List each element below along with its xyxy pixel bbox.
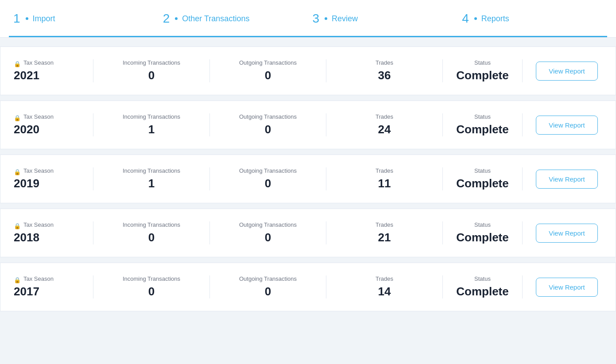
tax-season-label: 🔒 Tax Season xyxy=(14,59,54,69)
outgoing-value: 0 xyxy=(265,69,271,82)
step-3-dot xyxy=(325,17,327,20)
action-col: View Report xyxy=(523,116,602,135)
tax-season-header: Tax Season xyxy=(23,275,54,282)
tax-season-label: 🔒 Tax Season xyxy=(14,221,54,231)
status-label: Status xyxy=(474,113,491,120)
step-2-dot xyxy=(175,17,178,20)
incoming-value: 1 xyxy=(148,177,155,190)
lock-icon: 🔒 xyxy=(14,61,21,67)
report-row: 🔒 Tax Season 2018 Incoming Transactions … xyxy=(0,209,616,257)
step-3-number: 3 xyxy=(313,12,320,26)
status-label: Status xyxy=(474,167,491,174)
view-report-button[interactable]: View Report xyxy=(536,116,597,135)
trades-label: Trades xyxy=(376,167,393,174)
top-navigation: 1 Import 2 Other Transactions 3 Review 4… xyxy=(0,0,616,38)
tax-season-year: 2017 xyxy=(14,285,39,298)
outgoing-value: 0 xyxy=(265,231,271,244)
incoming-label: Incoming Transactions xyxy=(123,221,180,228)
incoming-col: Incoming Transactions 1 xyxy=(93,113,210,136)
outgoing-value: 0 xyxy=(265,177,271,190)
status-label: Status xyxy=(474,221,491,228)
outgoing-col: Outgoing Transactions 0 xyxy=(210,275,326,298)
outgoing-label: Outgoing Transactions xyxy=(239,59,297,66)
outgoing-col: Outgoing Transactions 0 xyxy=(210,113,326,136)
reports-list: 🔒 Tax Season 2021 Incoming Transactions … xyxy=(0,38,616,325)
status-value: Complete xyxy=(456,69,508,82)
nav-step-review[interactable]: 3 Review xyxy=(308,0,458,37)
tax-season-header: Tax Season xyxy=(23,113,54,120)
trades-label: Trades xyxy=(376,59,393,66)
lock-icon: 🔒 xyxy=(14,115,21,121)
status-col: Status Complete xyxy=(443,59,523,82)
step-4-label: Reports xyxy=(481,14,509,23)
view-report-button[interactable]: View Report xyxy=(536,62,597,81)
lock-icon: 🔒 xyxy=(14,169,21,175)
outgoing-col: Outgoing Transactions 0 xyxy=(210,167,326,190)
status-value: Complete xyxy=(456,231,508,244)
incoming-label: Incoming Transactions xyxy=(123,59,180,66)
step-1-label: Import xyxy=(33,14,55,23)
nav-step-other-transactions[interactable]: 2 Other Transactions xyxy=(159,0,308,37)
trades-label: Trades xyxy=(376,113,393,120)
status-col: Status Complete xyxy=(443,113,523,136)
outgoing-value: 0 xyxy=(265,285,271,298)
tax-season-col: 🔒 Tax Season 2020 xyxy=(14,113,93,136)
trades-value: 24 xyxy=(378,123,391,136)
report-row: 🔒 Tax Season 2017 Incoming Transactions … xyxy=(0,263,616,311)
lock-icon: 🔒 xyxy=(14,277,21,283)
tax-season-label: 🔒 Tax Season xyxy=(14,167,54,177)
step-3-label: Review xyxy=(332,14,358,23)
outgoing-col: Outgoing Transactions 0 xyxy=(210,221,326,244)
incoming-label: Incoming Transactions xyxy=(123,275,180,282)
trades-value: 14 xyxy=(378,285,391,298)
incoming-label: Incoming Transactions xyxy=(123,167,180,174)
tax-season-year: 2018 xyxy=(14,231,39,244)
trades-label: Trades xyxy=(376,221,393,228)
tax-season-header: Tax Season xyxy=(23,59,54,66)
outgoing-col: Outgoing Transactions 0 xyxy=(210,59,326,82)
incoming-col: Incoming Transactions 0 xyxy=(93,221,210,244)
nav-step-import[interactable]: 1 Import xyxy=(9,0,159,37)
tax-season-header: Tax Season xyxy=(23,167,54,174)
trades-col: Trades 11 xyxy=(326,167,443,190)
incoming-value: 1 xyxy=(148,123,155,136)
step-1-number: 1 xyxy=(13,12,20,26)
nav-step-reports[interactable]: 4 Reports xyxy=(457,0,607,37)
tax-season-label: 🔒 Tax Season xyxy=(14,275,54,285)
incoming-value: 0 xyxy=(148,69,155,82)
action-col: View Report xyxy=(523,170,602,189)
view-report-button[interactable]: View Report xyxy=(536,278,597,297)
step-4-number: 4 xyxy=(462,12,469,26)
incoming-col: Incoming Transactions 1 xyxy=(93,167,210,190)
outgoing-label: Outgoing Transactions xyxy=(239,167,297,174)
trades-value: 11 xyxy=(378,177,391,190)
tax-season-col: 🔒 Tax Season 2021 xyxy=(14,59,93,82)
outgoing-label: Outgoing Transactions xyxy=(239,113,297,120)
view-report-button[interactable]: View Report xyxy=(536,170,597,189)
incoming-value: 0 xyxy=(148,285,155,298)
trades-col: Trades 21 xyxy=(326,221,443,244)
trades-value: 21 xyxy=(378,231,391,244)
trades-value: 36 xyxy=(378,69,391,82)
status-col: Status Complete xyxy=(443,221,523,244)
tax-season-year: 2021 xyxy=(14,69,39,82)
trades-label: Trades xyxy=(376,275,393,282)
tax-season-col: 🔒 Tax Season 2017 xyxy=(14,275,93,298)
action-col: View Report xyxy=(523,278,602,297)
tax-season-label: 🔒 Tax Season xyxy=(14,113,54,123)
tax-season-header: Tax Season xyxy=(23,221,54,228)
step-2-number: 2 xyxy=(163,12,170,26)
outgoing-value: 0 xyxy=(265,123,271,136)
status-value: Complete xyxy=(456,285,508,298)
incoming-col: Incoming Transactions 0 xyxy=(93,59,210,82)
action-col: View Report xyxy=(523,62,602,81)
trades-col: Trades 14 xyxy=(326,275,443,298)
view-report-button[interactable]: View Report xyxy=(536,224,597,243)
tax-season-col: 🔒 Tax Season 2018 xyxy=(14,221,93,244)
incoming-col: Incoming Transactions 0 xyxy=(93,275,210,298)
status-col: Status Complete xyxy=(443,275,523,298)
report-row: 🔒 Tax Season 2021 Incoming Transactions … xyxy=(0,46,616,95)
tax-season-year: 2020 xyxy=(14,123,39,136)
incoming-value: 0 xyxy=(148,231,155,244)
step-1-dot xyxy=(26,17,28,20)
